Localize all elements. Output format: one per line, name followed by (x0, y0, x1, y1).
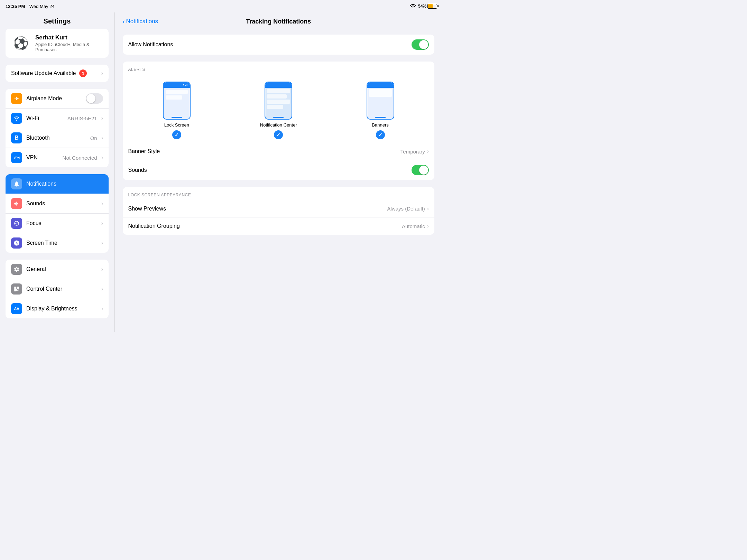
sounds-row: Sounds (123, 160, 435, 180)
avatar: ⚽ (11, 34, 30, 53)
focus-icon (11, 218, 22, 229)
back-label: Notifications (126, 18, 158, 25)
content-body: Allow Notifications ALERTS 9:41 (114, 30, 443, 246)
alerts-section: ALERTS 9:41 (123, 62, 435, 180)
software-update-label: Software Update Available (11, 70, 76, 76)
general-label: General (26, 266, 97, 272)
update-badge: 1 (79, 69, 87, 77)
notificationcenter-check: ✓ (274, 130, 283, 139)
vpn-label: VPN (26, 155, 58, 161)
sidebar-item-display[interactable]: AA Display & Brightness › (6, 299, 109, 318)
sidebar-item-bluetooth[interactable]: B Bluetooth On › (6, 128, 109, 148)
notification-grouping-chevron-icon: › (427, 223, 429, 229)
status-right: 54% (410, 3, 437, 9)
screentime-chevron-icon: › (101, 240, 103, 246)
battery-percent: 54% (418, 4, 426, 9)
battery-fill (428, 4, 433, 8)
bluetooth-label: Bluetooth (26, 135, 86, 141)
airplane-icon: ✈ (11, 93, 22, 104)
sounds-icon (11, 198, 22, 209)
sidebar-item-sounds[interactable]: Sounds › (6, 194, 109, 214)
wifi-chevron-icon: › (101, 115, 103, 121)
software-update-row[interactable]: Software Update Available 1 › (6, 65, 109, 82)
notificationcenter-label: Notification Center (260, 122, 297, 128)
wifi-value: ARRIS-5E21 (67, 115, 97, 121)
nc-mockup (265, 82, 292, 120)
bluetooth-chevron-icon: › (101, 135, 103, 141)
lock-screen-appearance-section: LOCK SCREEN APPEARANCE Show Previews Alw… (123, 187, 435, 235)
sounds-toggle[interactable] (412, 165, 429, 175)
back-chevron-icon: ‹ (123, 18, 125, 25)
bluetooth-value: On (90, 135, 97, 141)
lockscreen-mockup: 9:41 (163, 82, 191, 120)
show-previews-label: Show Previews (128, 206, 387, 212)
sidebar-item-general[interactable]: General › (6, 260, 109, 279)
notifications-icon (11, 178, 22, 189)
show-previews-chevron-icon: › (427, 206, 429, 212)
general-group: General › Control Center › AA Display & … (6, 260, 109, 318)
screentime-icon (11, 237, 22, 249)
focus-label: Focus (26, 220, 97, 226)
notification-grouping-value: Automatic (402, 223, 425, 229)
status-bar: 12:35 PM Wed May 24 54% (0, 0, 443, 12)
banner-style-chevron-icon: › (427, 148, 429, 155)
focus-chevron-icon: › (101, 220, 103, 226)
alerts-section-label: ALERTS (123, 62, 435, 75)
allow-notifications-toggle[interactable] (412, 39, 429, 50)
page-title: Tracking Notifications (246, 18, 311, 25)
notifications-group: Notifications Sounds › Focus (6, 174, 109, 253)
banner-style-label: Banner Style (128, 148, 400, 155)
banners-label: Banners (372, 122, 388, 128)
sidebar-item-controlcenter[interactable]: Control Center › (6, 279, 109, 299)
notification-grouping-label: Notification Grouping (128, 223, 402, 229)
bluetooth-icon: B (11, 132, 22, 143)
content-header: ‹ Notifications Tracking Notifications (114, 12, 443, 30)
airplane-toggle[interactable] (86, 93, 103, 104)
sidebar-item-screentime[interactable]: Screen Time › (6, 233, 109, 253)
display-icon: AA (11, 303, 22, 314)
vpn-value: Not Connected (63, 155, 97, 161)
alert-option-banners[interactable]: Banners ✓ (367, 82, 394, 139)
airplane-label: Airplane Mode (26, 95, 82, 102)
display-chevron-icon: › (101, 306, 103, 312)
vpn-icon: VPN (11, 152, 22, 163)
sounds-chevron-icon: › (101, 200, 103, 207)
general-chevron-icon: › (101, 266, 103, 272)
controlcenter-label: Control Center (26, 286, 97, 292)
back-button[interactable]: ‹ Notifications (123, 18, 158, 25)
banners-check: ✓ (376, 130, 385, 139)
sidebar-item-wifi[interactable]: Wi-Fi ARRIS-5E21 › (6, 109, 109, 128)
profile-card[interactable]: ⚽ Serhat Kurt Apple ID, iCloud+, Media &… (6, 29, 109, 58)
wifi-icon (410, 3, 416, 9)
wifi-settings-icon (11, 113, 22, 124)
profile-subtitle: Apple ID, iCloud+, Media & Purchases (35, 42, 103, 52)
banner-style-value: Temporary (400, 149, 425, 155)
profile-info: Serhat Kurt Apple ID, iCloud+, Media & P… (35, 34, 103, 52)
banner-style-row[interactable]: Banner Style Temporary › (123, 143, 435, 160)
status-time: 12:35 PM (6, 4, 25, 9)
battery-bar (427, 4, 437, 9)
lockscreen-check: ✓ (172, 130, 181, 139)
notifications-label: Notifications (26, 181, 103, 187)
sidebar: Settings ⚽ Serhat Kurt Apple ID, iCloud+… (0, 12, 114, 332)
battery-container: 54% (418, 4, 437, 9)
show-previews-row[interactable]: Show Previews Always (Default) › (123, 200, 435, 217)
alert-option-lockscreen[interactable]: 9:41 Lock Screen ✓ (163, 82, 191, 139)
content-panel: ‹ Notifications Tracking Notifications A… (114, 12, 443, 332)
display-label: Display & Brightness (26, 306, 97, 312)
controlcenter-icon (11, 283, 22, 295)
status-time-date: 12:35 PM Wed May 24 (6, 3, 55, 9)
alerts-options-row: 9:41 Lock Screen ✓ (123, 75, 435, 143)
sidebar-item-notifications[interactable]: Notifications (6, 174, 109, 194)
controlcenter-chevron-icon: › (101, 286, 103, 292)
lockscreen-label: Lock Screen (164, 122, 189, 128)
sidebar-item-focus[interactable]: Focus › (6, 214, 109, 233)
sounds-row-label: Sounds (128, 167, 412, 173)
sounds-label: Sounds (26, 200, 97, 207)
sidebar-item-airplane[interactable]: ✈ Airplane Mode (6, 89, 109, 109)
alert-option-notificationcenter[interactable]: Notification Center ✓ (260, 82, 297, 139)
wifi-label: Wi-Fi (26, 115, 63, 121)
screentime-label: Screen Time (26, 240, 97, 246)
sidebar-item-vpn[interactable]: VPN VPN Not Connected › (6, 148, 109, 167)
notification-grouping-row[interactable]: Notification Grouping Automatic › (123, 217, 435, 235)
